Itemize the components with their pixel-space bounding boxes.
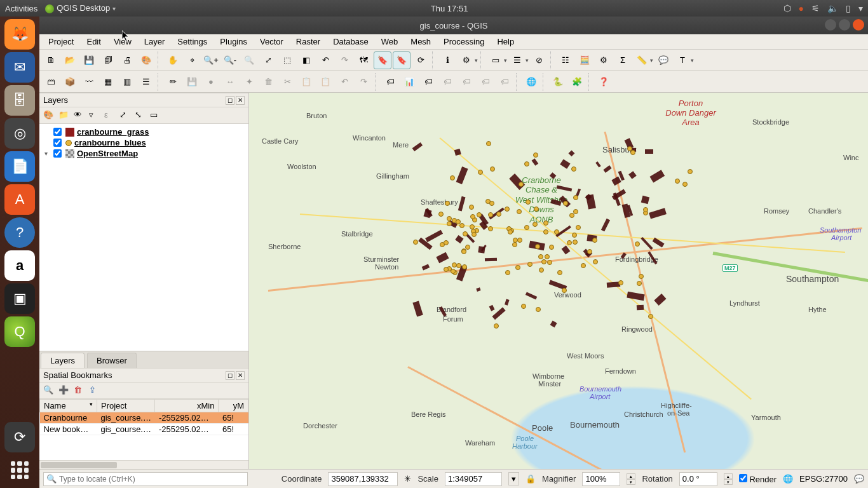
filter-expr-icon[interactable]: ε [104, 110, 116, 121]
launcher-back[interactable]: ⟳ [4, 422, 35, 452]
new-geopackage-button[interactable]: 📦 [61, 73, 79, 91]
map-tips-button[interactable]: 💬 [654, 51, 672, 69]
plugin-tool-button[interactable]: 🧩 [568, 73, 586, 91]
layer-checkbox[interactable] [53, 139, 62, 147]
messages-icon[interactable]: 💬 [854, 474, 864, 484]
panel-float-icon[interactable]: ◻ [226, 96, 234, 105]
toggle-editing-button[interactable]: ✏ [164, 73, 182, 91]
launcher-writer[interactable]: 📄 [4, 151, 35, 182]
magnifier-spinner[interactable]: ▴▾ [627, 473, 635, 485]
deselect-button[interactable]: ⊘ [530, 51, 548, 69]
add-group-icon[interactable]: 📁 [58, 110, 70, 121]
app-indicator[interactable]: QGIS Desktop ▾ [45, 3, 115, 13]
identify-button[interactable]: ℹ [438, 51, 456, 69]
layer-style-icon[interactable]: 🎨 [43, 110, 55, 121]
zoom-full-button[interactable]: ⤢ [259, 51, 277, 69]
map-canvas[interactable]: Cranborne Chase & West Wiltshire Downs A… [249, 93, 868, 469]
bookmark-delete-icon[interactable]: 🗑 [74, 385, 85, 396]
launcher-software[interactable]: A [4, 184, 35, 215]
menu-edit[interactable]: Edit [81, 36, 105, 48]
zoom-last-button[interactable]: ↶ [316, 51, 334, 69]
statistics-button[interactable]: Σ [614, 51, 632, 69]
add-feature-button[interactable]: ● [202, 73, 220, 91]
dropbox-icon[interactable]: ⬡ [783, 3, 791, 13]
locator-input[interactable] [59, 475, 245, 484]
bm-col-name[interactable]: Name ▾ [40, 400, 97, 412]
add-mesh-button[interactable]: ▥ [118, 73, 136, 91]
expand-all-icon[interactable]: ⤢ [119, 110, 131, 121]
save-project-button[interactable]: 💾 [80, 51, 98, 69]
coordinate-toggle-icon[interactable]: ✳ [404, 474, 411, 484]
magnifier-field[interactable]: 100% [582, 472, 620, 486]
copy-button[interactable]: 📋 [297, 73, 315, 91]
tab-layers[interactable]: Layers [41, 353, 85, 368]
zoom-out-button[interactable]: 🔍- [221, 51, 239, 69]
add-raster-button[interactable]: ▦ [99, 73, 117, 91]
expand-toggle-icon[interactable]: ▾ [42, 150, 50, 157]
delete-button[interactable]: 🗑 [259, 73, 277, 91]
render-checkbox[interactable]: Render [739, 474, 776, 484]
annotation-button[interactable]: T [674, 51, 691, 69]
coordinate-field[interactable]: 359087,139332 [328, 472, 398, 486]
system-menu-chevron-icon[interactable]: ▾ [858, 3, 863, 13]
layers-tree[interactable]: cranbourne_grass cranbourne_blues ▾ Open… [39, 124, 248, 351]
select-features-button[interactable]: ▭ [487, 51, 505, 69]
panel-float-icon[interactable]: ◻ [226, 371, 234, 380]
move-feature-button[interactable]: ↔ [221, 73, 239, 91]
menu-layer[interactable]: Layer [139, 36, 170, 48]
label-tool-2-button[interactable]: 🏷 [458, 73, 475, 91]
launcher-terminal[interactable]: ▣ [4, 283, 35, 314]
label-tool-1-button[interactable]: 🏷 [438, 73, 456, 91]
menu-project[interactable]: Project [43, 36, 79, 48]
zoom-in-button[interactable]: 🔍+ [202, 51, 220, 69]
menu-view[interactable]: View [109, 36, 137, 48]
node-tool-button[interactable]: ✦ [240, 73, 258, 91]
bookmarks-panel-title[interactable]: Spatial Bookmarks ◻✕ [39, 368, 248, 383]
measure-button[interactable]: 📏 [633, 51, 651, 69]
bookmark-zoom-icon[interactable]: 🔍 [43, 385, 55, 396]
pan-button[interactable]: ✋ [164, 51, 182, 69]
window-maximize-button[interactable] [839, 19, 850, 30]
table-row[interactable]: New book… gis_course.… -255295.02… 65! [40, 424, 248, 435]
menu-settings[interactable]: Settings [172, 36, 212, 48]
save-edits-button[interactable]: 💾 [183, 73, 201, 91]
zoom-next-button[interactable]: ↷ [336, 51, 353, 69]
attribute-table-button[interactable]: ☷ [557, 51, 574, 69]
manage-visibility-icon[interactable]: 👁 [74, 110, 85, 121]
add-vector-button[interactable]: 〰 [80, 73, 98, 91]
window-titlebar[interactable]: gis_course - QGIS [39, 17, 868, 34]
label-tool-3-button[interactable]: 🏷 [477, 73, 494, 91]
zoom-selection-button[interactable]: ⬚ [278, 51, 296, 69]
panel-close-icon[interactable]: ✕ [236, 96, 245, 105]
layer-name[interactable]: OpenStreetMap [77, 149, 138, 158]
launcher-rhythmbox[interactable]: ◎ [4, 118, 35, 149]
scale-dropdown-icon[interactable]: ▾ [508, 472, 519, 485]
diagram-button[interactable]: 📊 [400, 73, 418, 91]
menu-mesh[interactable]: Mesh [405, 36, 436, 48]
refresh-button[interactable]: ⟳ [412, 51, 430, 69]
pan-to-selection-button[interactable]: ⌖ [183, 51, 201, 69]
new-bookmark-button[interactable]: 🔖 [374, 51, 391, 69]
bookmarks-hscrollbar[interactable] [39, 460, 248, 469]
collapse-all-icon[interactable]: ⤡ [135, 110, 146, 121]
undo-button[interactable]: ↶ [336, 73, 353, 91]
label-highlight-button[interactable]: 🏷 [419, 73, 437, 91]
help-whatsthis-button[interactable]: ❓ [595, 73, 613, 91]
menu-help[interactable]: Help [492, 36, 519, 48]
layer-checkbox[interactable] [53, 149, 62, 158]
menu-processing[interactable]: Processing [438, 36, 489, 48]
new-map-view-button[interactable]: 🗺 [355, 51, 372, 69]
bookmarks-table[interactable]: Name ▾ Project xMin yM Cranbourne gis_co… [39, 399, 248, 460]
bm-col-xmin[interactable]: xMin [155, 400, 219, 412]
layers-panel-title[interactable]: Layers ◻✕ [39, 93, 248, 107]
launcher-thunderbird[interactable]: ✉ [4, 52, 35, 83]
redo-button[interactable]: ↷ [355, 73, 372, 91]
volume-icon[interactable]: 🔈 [827, 3, 838, 13]
scale-field[interactable]: 1:349057 [445, 472, 502, 486]
bm-col-ymin[interactable]: yM [219, 400, 248, 412]
save-project-as-button[interactable]: 🗐 [99, 51, 117, 69]
battery-icon[interactable]: ▯ [846, 3, 851, 13]
show-bookmarks-button[interactable]: 🔖 [393, 51, 410, 69]
open-project-button[interactable]: 📂 [61, 51, 79, 69]
window-minimize-button[interactable] [825, 19, 836, 30]
